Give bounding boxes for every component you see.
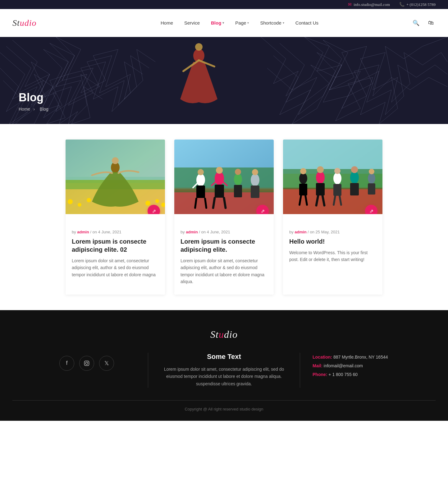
topbar-phone: 📞 + (012)1258 5789 — [399, 2, 436, 7]
nav-contact[interactable]: Contact Us — [290, 20, 324, 25]
svg-point-31 — [234, 173, 242, 185]
footer-some-text-title: Some Text — [158, 353, 290, 361]
header-icons: 🔍 🛍 — [411, 18, 436, 28]
breadcrumb-separator: › — [33, 107, 36, 112]
card-meta-3: by admin / on 25 May, 2021 — [289, 230, 376, 234]
card-title-1[interactable]: Lorem ipsum is consecte adipiscing elite… — [72, 237, 159, 254]
svg-rect-28 — [215, 185, 224, 198]
svg-point-48 — [317, 166, 324, 173]
nav-home[interactable]: Home — [155, 20, 179, 25]
location-value: 887 Myrtle.Bronx, NY 16544 — [333, 355, 388, 360]
hero-text: Blog Home › Blog — [19, 91, 50, 112]
mail-label: Mail: — [313, 363, 322, 368]
footer-grid: f 𝕏 Some Text Lorem ipsum dolor sit amet… — [59, 353, 389, 388]
blog-section: ⇗ by admin / on 4 June, 2021 Lorem ipsum… — [59, 140, 389, 295]
blog-image-1 — [66, 140, 165, 214]
footer: Studio f 𝕏 Some Text Lorem ipsum dolor s… — [0, 310, 448, 421]
page-title: Blog — [19, 91, 50, 104]
svg-point-10 — [112, 157, 119, 164]
svg-point-22 — [198, 169, 204, 175]
card-author-2: admin — [186, 230, 198, 234]
svg-point-50 — [333, 172, 341, 184]
hero-banner: Blog Home › Blog — [0, 37, 448, 124]
nav-shortcode[interactable]: Shortcode ▾ — [254, 20, 290, 25]
card-image-1: ⇗ — [66, 140, 165, 214]
footer-social: f 𝕏 — [59, 356, 135, 371]
svg-rect-43 — [283, 169, 382, 189]
blog-card-2: ⇗ by admin / on 4 June, 2021 Lorem ipsum… — [174, 140, 274, 295]
svg-point-67 — [88, 362, 88, 362]
hero-mesh — [0, 37, 448, 124]
svg-point-56 — [368, 173, 375, 184]
breadcrumb-home[interactable]: Home — [19, 107, 30, 112]
footer-location: Location: 887 Myrtle.Bronx, NY 16544 — [313, 353, 389, 361]
footer-some-text-body: Lorem ipsum dolor sit amet, consectetur … — [158, 366, 290, 388]
svg-point-11 — [68, 199, 73, 204]
svg-line-25 — [205, 199, 206, 208]
copyright-text: Copyright @ All right reserved studio de… — [185, 407, 263, 411]
phone-icon: 📞 — [399, 2, 405, 7]
svg-point-51 — [334, 168, 341, 174]
blog-image-3 — [283, 140, 382, 214]
page-dropdown-arrow: ▾ — [247, 21, 249, 25]
cart-button[interactable]: 🛍 — [426, 18, 436, 28]
footer-logo: Studio — [12, 329, 436, 340]
svg-point-27 — [216, 167, 223, 174]
nav-blog[interactable]: Blog ▾ — [205, 20, 230, 25]
svg-rect-49 — [316, 183, 325, 195]
card-date-3: 25 May, 2021 — [316, 230, 340, 234]
svg-rect-33 — [234, 185, 242, 197]
blog-dropdown-arrow: ▾ — [222, 21, 224, 25]
svg-rect-58 — [368, 183, 375, 195]
breadcrumb: Home › Blog — [19, 107, 50, 112]
location-label: Location: — [313, 355, 332, 360]
instagram-button[interactable] — [79, 356, 94, 371]
email-icon: ✉ — [348, 2, 352, 7]
breadcrumb-current: Blog — [40, 107, 48, 112]
svg-point-45 — [300, 168, 306, 174]
svg-point-32 — [235, 169, 241, 175]
svg-rect-55 — [350, 183, 359, 195]
card-meta-1: by admin / on 4 June, 2021 — [72, 230, 159, 234]
nav-page[interactable]: Page ▾ — [230, 20, 254, 25]
card-meta-2: by admin / on 4 June, 2021 — [181, 230, 267, 234]
card-title-2[interactable]: Lorem ipsum is consecte adipiscing elite… — [181, 237, 267, 254]
card-date-2: 4 June, 2021 — [207, 230, 230, 234]
blog-grid: ⇗ by admin / on 4 June, 2021 Lorem ipsum… — [66, 140, 382, 295]
svg-point-44 — [299, 173, 307, 184]
card-title-3[interactable]: Hello world! — [289, 237, 376, 245]
phone-value: + 1 800 755 60 — [328, 372, 358, 377]
svg-point-12 — [78, 203, 81, 207]
svg-rect-23 — [196, 186, 205, 198]
card-author-1: admin — [77, 230, 89, 234]
card-excerpt-1: Lorem ipsum dolor sit amet, consectetur … — [72, 257, 159, 278]
blog-card-1: ⇗ by admin / on 4 June, 2021 Lorem ipsum… — [66, 140, 165, 295]
nav-service[interactable]: Service — [179, 20, 205, 25]
twitter-button[interactable]: 𝕏 — [99, 356, 114, 371]
mail-value: infomail@email.com — [324, 363, 363, 368]
footer-social-section: f 𝕏 — [59, 353, 135, 371]
svg-point-54 — [351, 166, 358, 173]
search-button[interactable]: 🔍 — [411, 18, 421, 28]
svg-line-24 — [195, 199, 196, 208]
svg-line-30 — [224, 198, 226, 208]
card-date-1: 4 June, 2021 — [98, 230, 121, 234]
logo[interactable]: Studio — [12, 18, 68, 28]
svg-rect-65 — [85, 361, 89, 365]
card-excerpt-3: Welcome to WordPress. This is your first… — [289, 249, 376, 263]
svg-point-13 — [87, 198, 91, 202]
svg-point-66 — [85, 362, 88, 365]
card-body-3: by admin / on 25 May, 2021 Hello world! … — [283, 214, 382, 273]
card-body-2: by admin / on 4 June, 2021 Lorem ipsum i… — [174, 214, 274, 295]
topbar-email: ✉ info.studio@mail.com — [348, 2, 390, 7]
card-author-3: admin — [295, 230, 306, 234]
card-excerpt-2: Lorem ipsum dolor sit amet, consectetur … — [181, 257, 267, 285]
svg-point-57 — [369, 169, 374, 174]
footer-contact: Location: 887 Myrtle.Bronx, NY 16544 Mai… — [313, 353, 389, 379]
footer-mail: Mail: infomail@email.com — [313, 361, 389, 370]
svg-point-35 — [252, 169, 258, 175]
blog-image-2 — [174, 140, 274, 214]
facebook-button[interactable]: f — [59, 356, 74, 371]
svg-point-34 — [251, 174, 259, 186]
phone-label: Phone: — [313, 372, 327, 377]
